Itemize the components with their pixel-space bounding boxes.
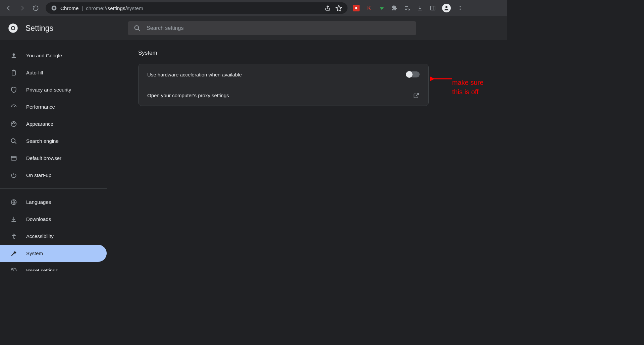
forward-button[interactable]: [16, 2, 28, 14]
person-icon: [10, 52, 17, 59]
settings-sidebar: You and Google Auto-fill Privacy and sec…: [0, 40, 107, 271]
browser-toolbar: Chrome | chrome://settings/system K: [0, 0, 507, 16]
bookmark-star-icon[interactable]: [335, 5, 342, 11]
side-panel-icon[interactable]: [429, 5, 436, 11]
row-label: Open your computer's proxy settings: [147, 93, 229, 98]
shield-icon: [10, 86, 17, 94]
clipboard-icon: [10, 69, 17, 76]
sidebar-divider: [0, 188, 107, 189]
sidebar-item-appearance[interactable]: Appearance: [0, 115, 107, 132]
chrome-icon: [51, 5, 57, 11]
share-icon[interactable]: [325, 5, 331, 11]
svg-point-7: [460, 9, 461, 10]
power-icon: [10, 172, 17, 179]
svg-rect-20: [11, 156, 16, 160]
restore-icon: [10, 267, 17, 272]
extension-red-forward-icon[interactable]: [353, 5, 360, 11]
sidebar-item-accessibility[interactable]: Accessibility: [0, 228, 107, 245]
svg-point-6: [460, 8, 461, 9]
extension-green-arrow-icon[interactable]: [378, 5, 385, 11]
sidebar-item-performance[interactable]: Performance: [0, 98, 107, 115]
hardware-acceleration-toggle[interactable]: [406, 71, 420, 77]
extension-k-icon[interactable]: K: [366, 5, 372, 11]
svg-point-1: [53, 7, 55, 9]
reload-button[interactable]: [30, 2, 42, 14]
accessibility-icon: [10, 233, 17, 240]
svg-point-18: [14, 123, 15, 124]
svg-point-16: [12, 123, 13, 124]
svg-point-19: [11, 138, 15, 142]
sidebar-item-languages[interactable]: Languages: [0, 193, 107, 211]
search-icon: [10, 137, 17, 145]
toggle-knob: [406, 71, 413, 78]
sidebar-item-you-and-google[interactable]: You and Google: [0, 47, 107, 64]
search-icon: [134, 25, 141, 32]
svg-point-11: [135, 26, 139, 30]
svg-point-12: [13, 53, 15, 56]
svg-point-5: [460, 6, 461, 7]
sidebar-item-default-browser[interactable]: Default browser: [0, 150, 107, 167]
sidebar-item-downloads[interactable]: Downloads: [0, 211, 107, 228]
row-label: Use hardware acceleration when available: [147, 72, 242, 77]
chrome-logo-icon: [8, 23, 18, 33]
svg-rect-3: [430, 6, 435, 10]
omnibox[interactable]: Chrome | chrome://settings/system: [46, 2, 347, 14]
svg-point-10: [12, 27, 14, 30]
sidebar-item-reset-settings[interactable]: Reset settings: [0, 262, 107, 271]
page-title: Settings: [25, 24, 53, 33]
omnibox-url: Chrome | chrome://settings/system: [60, 5, 143, 11]
section-title: System: [138, 50, 507, 56]
sidebar-item-label: On start-up: [26, 172, 51, 178]
palette-icon: [10, 120, 17, 128]
sidebar-item-label: Downloads: [26, 216, 51, 222]
extension-icons: K: [353, 4, 464, 12]
sidebar-item-label: You and Google: [26, 53, 62, 58]
hardware-acceleration-row: Use hardware acceleration when available: [139, 64, 428, 85]
wrench-icon: [10, 250, 17, 257]
profile-avatar[interactable]: [442, 4, 451, 12]
sidebar-item-label: Languages: [26, 199, 51, 205]
sidebar-item-label: Reset settings: [26, 268, 58, 271]
speedometer-icon: [10, 103, 17, 111]
external-link-icon: [413, 92, 420, 99]
proxy-settings-row[interactable]: Open your computer's proxy settings: [139, 85, 428, 106]
back-button[interactable]: [3, 2, 15, 14]
system-settings-card: Use hardware acceleration when available…: [138, 64, 429, 106]
downloads-tray-icon[interactable]: [417, 5, 423, 11]
media-control-icon[interactable]: [404, 5, 411, 11]
sidebar-item-privacy-and-security[interactable]: Privacy and security: [0, 81, 107, 98]
download-icon: [10, 216, 17, 223]
svg-point-4: [445, 6, 447, 8]
chrome-menu-icon[interactable]: [457, 5, 464, 11]
settings-header: Settings: [0, 16, 507, 40]
sidebar-item-label: Privacy and security: [26, 87, 71, 93]
sidebar-item-label: Appearance: [26, 121, 53, 127]
globe-icon: [10, 198, 17, 206]
sidebar-item-on-start-up[interactable]: On start-up: [0, 167, 107, 184]
sidebar-item-search-engine[interactable]: Search engine: [0, 132, 107, 150]
sidebar-item-label: Accessibility: [26, 233, 54, 239]
svg-point-17: [13, 122, 14, 123]
sidebar-item-system[interactable]: System: [0, 245, 107, 262]
sidebar-item-auto-fill[interactable]: Auto-fill: [0, 64, 107, 81]
sidebar-item-label: Performance: [26, 104, 55, 110]
sidebar-item-label: Search engine: [26, 138, 59, 144]
settings-search-input[interactable]: [147, 25, 410, 31]
browser-window-icon: [10, 155, 17, 162]
svg-point-22: [13, 234, 14, 235]
settings-search[interactable]: [128, 21, 416, 35]
settings-main: System Use hardware acceleration when av…: [107, 40, 507, 271]
sidebar-item-label: Default browser: [26, 155, 61, 161]
sidebar-item-label: Auto-fill: [26, 70, 43, 75]
sidebar-item-label: System: [26, 250, 43, 256]
extensions-puzzle-icon[interactable]: [391, 5, 398, 11]
